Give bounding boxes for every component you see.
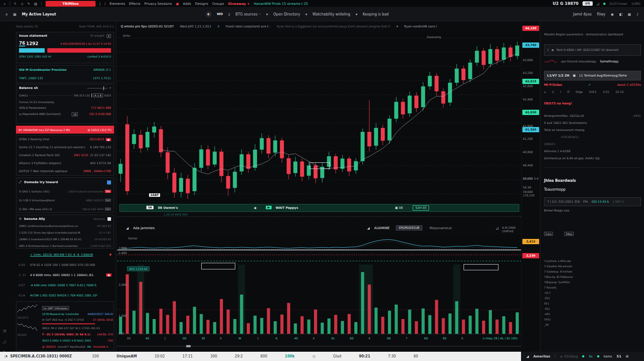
menu-item-adds[interactable]: Adds — [183, 2, 191, 6]
time-axis[interactable]: o rmay 28 | AL | 01.10% 0940100388W16404… — [117, 335, 521, 345]
position-chip[interactable]: TH — [105, 190, 111, 193]
order-chip[interactable]: ▣ — [106, 138, 111, 141]
account-icon[interactable]: ◉ — [611, 12, 614, 16]
session-label[interactable]: a. 01inbug — [560, 354, 578, 358]
panels-icon[interactable]: ◧ — [619, 12, 623, 16]
link-positions[interactable]: Jamd 4pos — [573, 12, 592, 16]
cursor-icon[interactable]: ↖ — [14, 2, 17, 6]
position-chip[interactable]: — — [105, 207, 111, 211]
info-row[interactable]: Almvens 1 A-0299 — [544, 148, 641, 155]
box-icon[interactable]: ▣ — [573, 74, 576, 77]
promo-link[interactable]: Giveaway + — [228, 2, 249, 6]
caret-icon[interactable]: ▾ — [109, 86, 111, 90]
main-chart-pane[interactable]: Arms Gwasamg 2ABF — [117, 32, 521, 204]
ally-row[interactable]: 1 E29 110 3smo tog t@aa Inventobssaplast… — [16, 229, 114, 236]
link-replay[interactable]: Rlwy — [597, 12, 606, 16]
symbol-chip[interactable]: WD — [217, 12, 223, 16]
indicator-name[interactable]: Ada jammies — [133, 226, 155, 230]
grid-icon[interactable]: ⊞ — [626, 354, 629, 358]
order-row[interactable]: Alliance 3 Flyfiddles stoppers 450 3 671… — [16, 159, 114, 167]
depth-row[interactable]: 102{ — [544, 318, 641, 323]
tool-1w[interactable]: 15:15 — [615, 90, 624, 94]
compare-icon[interactable]: ▯ — [228, 12, 230, 16]
indicator-name-3[interactable]: Meponameuk — [429, 226, 452, 230]
depth-row[interactable]: >6 il — [544, 291, 641, 296]
annotation-box[interactable] — [201, 263, 235, 269]
alerts-icon[interactable]: ♪ — [636, 12, 639, 16]
shape-icon[interactable]: ◇ — [21, 2, 23, 6]
home-icon[interactable]: ⌂ — [544, 90, 546, 94]
panel-tabbar[interactable]: L1/V7 1/2 2H ▣ L1 Tomsad Avg/Ebenwyg/Tam… — [544, 71, 641, 81]
primary-cta-button[interactable]: TRIMline — [46, 1, 96, 7]
info-row[interactable]: Germanicus on 6.04 oil-gas, A/AA1 5@ — [544, 155, 641, 162]
chart-bars-icon[interactable]: ▥ — [34, 2, 37, 6]
depth-row[interactable]: -02{ — [544, 296, 641, 302]
session-bar[interactable]: 3A 08 Uwmm's ◉ ▶ WAIT Pappys ▣ 08 52H 03 — [119, 204, 519, 212]
pen-icon[interactable]: ✎ — [27, 2, 30, 6]
info-row[interactable]: 9 aud 10A/1 001 Destinations — [544, 119, 641, 127]
indicator-button[interactable]: EPJ2RUGS1UB — [396, 225, 422, 230]
summary-corner-button[interactable]: E — [107, 34, 111, 38]
menu-item-elements[interactable]: Elements — [110, 2, 125, 6]
menu-watchability[interactable]: Watchability wideling — [313, 12, 350, 16]
menu-item-privacy[interactable]: Privacy Sessions — [144, 2, 172, 6]
expand-icon[interactable]: ⤢ — [19, 180, 22, 184]
tool-1h[interactable]: 1H11 — [589, 90, 596, 94]
trade-row[interactable]: 0:07 -4 AA0 smo 1000r. 0208 3 7007 A-011… — [16, 280, 114, 290]
candlestick-chart[interactable] — [117, 32, 521, 204]
menu-btc-sources[interactable]: BTG sources ·· — [235, 12, 261, 16]
measure-icon[interactable]: ◿ — [3, 339, 6, 344]
tool-orga[interactable]: Orga — [576, 90, 583, 94]
volume-chart[interactable] — [117, 235, 521, 335]
session-timer-chip[interactable]: 52H 03 — [413, 205, 429, 211]
depth-row[interactable]: 7 Ravad{ — [544, 286, 641, 291]
depth-row[interactable]: 7-Gateway .8 Inchow — [544, 270, 641, 275]
balance-slider[interactable] — [87, 88, 107, 88]
stats-header-chip[interactable]: Us GMT (Hillsdale) — [42, 306, 69, 310]
order-row[interactable]: Creation 2 Ranked Paint 201 1W1 523321 0… — [16, 151, 114, 159]
tool-c[interactable]: C — [552, 90, 554, 94]
corner-chart-icon[interactable]: ◢ — [526, 354, 529, 358]
trend-line-icon[interactable]: / — [104, 2, 106, 6]
summary-mode[interactable]: M weight — [90, 34, 104, 38]
annotation-chip[interactable]: 2ABF — [149, 193, 160, 197]
panel-color-chip[interactable] — [107, 217, 111, 221]
tab-mode[interactable]: L1 Tomsad Avg/Ebenwyg/Tame — [579, 74, 627, 77]
summary-row[interactable]: 7 | 1(1: 315 (2011 310 FPs GOI 13-43 b 1… — [544, 197, 641, 206]
record-icon[interactable]: ◉ — [254, 206, 257, 210]
promo-banner[interactable]: HananWW Finds 15 streams t 25 — [254, 2, 308, 6]
indicator-name-2[interactable]: AUAMINE — [374, 226, 390, 230]
tab-timeframes[interactable]: L1/V7 1/2 2H — [547, 74, 569, 77]
info-row[interactable]: 478/3054(1) — [544, 134, 641, 141]
boxed-icon[interactable]: ▣ — [176, 2, 179, 6]
order-row[interactable]: Geme-13 7 Inserting 11 annexed pre-owned… — [16, 143, 114, 151]
balance-unit-chip[interactable]: A 1 B — [93, 93, 103, 97]
link-icon[interactable]: ⟐ — [19, 217, 22, 221]
chart-options[interactable]: Fixed rates Loopstand ave t : — [226, 25, 270, 28]
device-row[interactable]: ▯ ◉ Rom 0 400A / AM. 02013/2007 Gr downs… — [544, 44, 641, 56]
trade-row[interactable]: + 1mm. 20218. WO KW 7 03. 8 -9. 3.60A/W … — [16, 250, 114, 260]
corner-icon[interactable]: ◿ — [597, 2, 599, 6]
ally-row[interactable]: AM1 A Elstrowandauss 1 Barrowd.analondas… — [16, 242, 114, 249]
order-row[interactable]: GTBA 2 Nearing tmst 2021/8/25▣ — [16, 135, 114, 143]
annotation-box[interactable] — [310, 162, 330, 169]
depth-row[interactable]: 7/8sa-tg .8/7s6lwanar — [544, 275, 641, 280]
watchlist-title[interactable]: Daily assets 25 — [16, 25, 38, 28]
menu-item-groups[interactable]: Groups — [212, 2, 224, 6]
chevron-up-icon[interactable]: ∧ — [5, 12, 8, 16]
volume-pane[interactable]: Kamai AVG 1,529.04 — [117, 235, 521, 335]
depth-row[interactable]: 02{ — [544, 302, 641, 307]
ally-row[interactable]: GM01 ambtrissmenou/Bamonsongntimas.co 43… — [16, 223, 114, 229]
tool-1d[interactable]: 1/15 — [603, 90, 610, 94]
ally-row[interactable]: 19984 2 Inventoshr2023 OM 1 20048 03 43 … — [16, 236, 114, 242]
pair-chip-b[interactable]: 34pa — [564, 232, 574, 236]
long-short-ratio-bar[interactable] — [19, 48, 111, 53]
order-row[interactable]: GOTU5 7 Wan imptsinds applique, 0908 .04… — [16, 167, 114, 175]
link-row-label[interactable]: TINIT, /1003 133 — [19, 77, 43, 80]
menu-item-effects[interactable]: Effects — [129, 2, 141, 6]
pane-separator[interactable] — [117, 216, 521, 217]
pair-chip-a[interactable]: Cara — [544, 232, 553, 236]
caret-icon[interactable]: ▾ — [396, 25, 398, 28]
trade-row[interactable]: 0:09 078 02 A 1028 109 1 5000 0001 070 /… — [16, 260, 114, 270]
session-window-label[interactable]: ▣ 08 — [395, 206, 403, 210]
